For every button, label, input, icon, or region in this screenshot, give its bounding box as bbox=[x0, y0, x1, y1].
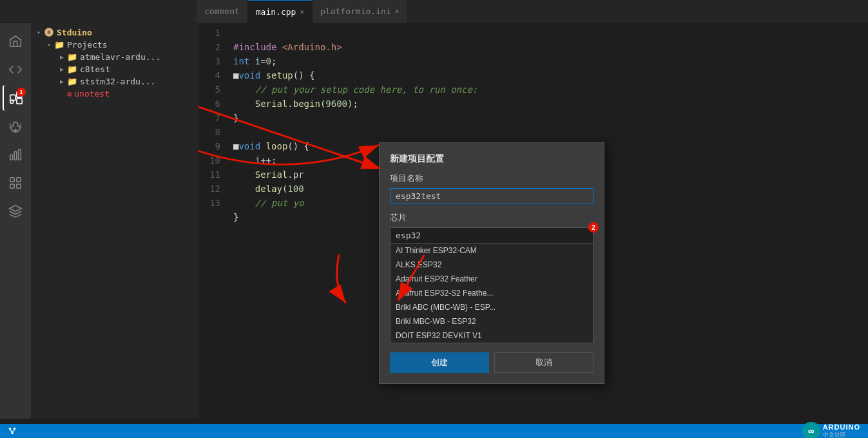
tab-label: comment bbox=[204, 6, 240, 16]
svg-line-8 bbox=[10, 124, 11, 125]
expand-arrow: ▶ bbox=[57, 78, 67, 85]
svg-point-22 bbox=[9, 428, 12, 430]
svg-line-9 bbox=[20, 124, 21, 125]
folder-icon: 📁 bbox=[67, 52, 77, 62]
chip-search-container: 2 AI Thinker ESP32-CAM ALKS ESP32 Adafru… bbox=[390, 227, 593, 343]
error-icon: ⚙ bbox=[67, 90, 72, 99]
item-label: unotest bbox=[74, 89, 110, 99]
sidebar-badge: 1 bbox=[17, 88, 26, 97]
folder-icon: 📁 bbox=[67, 77, 77, 86]
tab-main-cpp[interactable]: main.cpp ✕ bbox=[248, 0, 313, 23]
svg-line-25 bbox=[10, 430, 13, 432]
chip-search-input[interactable] bbox=[390, 227, 593, 243]
svg-rect-0 bbox=[10, 95, 15, 100]
bottom-right: ∞ ARDUINO 中文社区 bbox=[802, 422, 860, 438]
tab-platformio-ini[interactable]: platformio.ini ✕ bbox=[313, 0, 407, 23]
folder-icon: 📁 bbox=[67, 64, 77, 74]
sidebar: ▾ Stduino ▾ 📁 Projects ▶ 📁 atmelavr-ardu… bbox=[31, 23, 198, 419]
source-control-icon bbox=[8, 426, 17, 435]
activity-icon-grid[interactable] bbox=[3, 170, 28, 196]
svg-line-26 bbox=[12, 430, 15, 432]
root-label: Stduino bbox=[57, 28, 92, 37]
tab-label: main.cpp bbox=[256, 7, 296, 17]
new-project-dialog[interactable]: 新建项目配置 项目名称 芯片 2 AI Thinker ESP32-CAM AL… bbox=[379, 142, 604, 384]
arduino-brand-text: ARDUINO bbox=[823, 423, 860, 431]
create-button[interactable]: 创建 bbox=[390, 352, 489, 373]
svg-rect-2 bbox=[17, 99, 22, 104]
chip-option-doit[interactable]: DOIT ESP32 DEVKIT V1 bbox=[391, 328, 593, 343]
expand-arrow: ▶ bbox=[57, 53, 67, 61]
sidebar-root[interactable]: ▾ Stduino bbox=[31, 26, 198, 39]
item-label: c8test bbox=[80, 64, 110, 74]
item-label: atmelavr-ardu... bbox=[80, 52, 160, 62]
activity-icon-cube[interactable] bbox=[3, 198, 28, 224]
chip-option-briki-mbc[interactable]: Briki MBC-WB - ESP32 bbox=[391, 314, 593, 328]
chip-option-alks[interactable]: ALKS ESP32 bbox=[391, 258, 593, 272]
activity-icon-graph[interactable] bbox=[3, 142, 28, 167]
chip-label: 芯片 bbox=[390, 212, 593, 224]
chip-option-adafruit-feather[interactable]: Adafruit ESP32 Feather bbox=[391, 272, 593, 286]
bottom-bar: ∞ ARDUINO 中文社区 bbox=[0, 424, 868, 438]
cancel-button[interactable]: 取消 bbox=[494, 352, 593, 373]
sidebar-item-c8test[interactable]: ▶ 📁 c8test bbox=[31, 63, 198, 75]
project-name-input[interactable] bbox=[390, 188, 593, 204]
svg-point-24 bbox=[11, 432, 14, 435]
svg-rect-16 bbox=[17, 184, 21, 188]
expand-arrow: ▾ bbox=[34, 29, 44, 36]
tab-comment[interactable]: comment bbox=[197, 0, 248, 23]
line-numbers: 1 2 3 4 5 6 7 8 9 10 11 12 13 bbox=[198, 26, 231, 419]
sidebar-projects[interactable]: ▾ 📁 Projects bbox=[31, 39, 198, 51]
arduino-circle-icon: ∞ bbox=[802, 422, 820, 438]
sidebar-item-atmelavr[interactable]: ▶ 📁 atmelavr-ardu... bbox=[31, 51, 198, 63]
sidebar-item-ststm32[interactable]: ▶ 📁 ststm32-ardu... bbox=[31, 75, 198, 88]
chip-option-adafruit-s2[interactable]: Adafruit ESP32-S2 Feathe... bbox=[391, 286, 593, 300]
svg-rect-3 bbox=[10, 100, 14, 104]
chip-option-ai-thinker[interactable]: AI Thinker ESP32-CAM bbox=[391, 243, 593, 258]
scrollbar-area bbox=[0, 419, 868, 424]
editor-area[interactable]: 1 2 3 4 5 6 7 8 9 10 11 12 13 #include <… bbox=[198, 23, 868, 419]
svg-rect-13 bbox=[10, 178, 14, 182]
activity-icon-code[interactable] bbox=[3, 57, 28, 82]
project-name-label: 项目名称 bbox=[390, 173, 593, 184]
folder-icon: 📁 bbox=[54, 40, 64, 50]
sidebar-item-unotest[interactable]: ▶ ⚙ unotest bbox=[31, 88, 198, 100]
bottom-left bbox=[8, 426, 17, 435]
projects-label: Projects bbox=[67, 40, 108, 50]
activity-bar: 1 bbox=[0, 23, 31, 419]
svg-rect-14 bbox=[17, 178, 21, 182]
tab-label: platformio.ini bbox=[320, 6, 391, 16]
main-area: 1 bbox=[0, 23, 868, 419]
expand-arrow: ▾ bbox=[44, 41, 54, 48]
svg-rect-15 bbox=[10, 184, 14, 188]
chip-badge: 2 bbox=[588, 222, 599, 233]
activity-icon-extensions[interactable]: 1 bbox=[3, 85, 28, 111]
close-icon[interactable]: ✕ bbox=[395, 7, 400, 15]
chip-input-wrapper bbox=[390, 227, 593, 243]
expand-arrow: ▶ bbox=[57, 66, 67, 73]
activity-icon-debug[interactable] bbox=[3, 113, 28, 139]
dialog-buttons: 创建 取消 bbox=[390, 352, 593, 373]
item-label: ststm32-ardu... bbox=[80, 77, 155, 86]
arduino-sub-text: 中文社区 bbox=[823, 431, 860, 439]
tab-bar: comment main.cpp ✕ platformio.ini ✕ bbox=[0, 0, 868, 23]
svg-point-23 bbox=[14, 428, 16, 430]
dialog-title: 新建项目配置 bbox=[390, 153, 593, 165]
svg-rect-10 bbox=[10, 155, 13, 160]
arduino-logo: ∞ ARDUINO 中文社区 bbox=[802, 422, 860, 438]
svg-rect-12 bbox=[19, 149, 21, 160]
chip-option-briki-abc[interactable]: Briki ABC (MBC-WB) - ESP... bbox=[391, 300, 593, 314]
activity-icon-home[interactable] bbox=[3, 28, 28, 54]
close-icon[interactable]: ✕ bbox=[300, 8, 304, 16]
chip-dropdown-list[interactable]: AI Thinker ESP32-CAM ALKS ESP32 Adafruit… bbox=[390, 243, 593, 343]
arduino-text-block: ARDUINO 中文社区 bbox=[823, 423, 860, 439]
svg-rect-11 bbox=[14, 151, 17, 160]
